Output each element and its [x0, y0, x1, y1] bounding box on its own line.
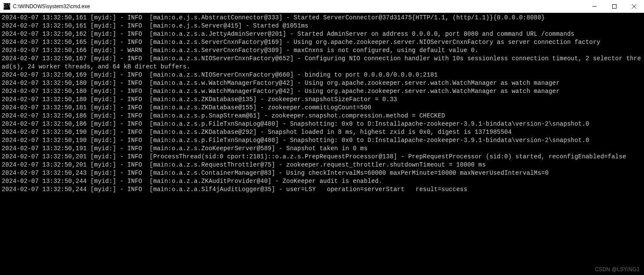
- log-line: 2024-02-07 13:32:50,186 [myid:] - INFO […: [2, 120, 642, 128]
- maximize-icon: [612, 4, 617, 9]
- log-line: 2024-02-07 13:32:50,201 [myid:] - INFO […: [2, 161, 642, 169]
- window-controls: [585, 0, 644, 12]
- log-line: 2024-02-07 13:32:50,167 [myid:] - INFO […: [2, 55, 642, 71]
- log-line: 2024-02-07 13:32:50,186 [myid:] - INFO […: [2, 112, 642, 120]
- log-line: 2024-02-07 13:32:50,165 [myid:] - INFO […: [2, 38, 642, 46]
- log-line: 2024-02-07 13:32:50,169 [myid:] - INFO […: [2, 71, 642, 79]
- log-line: 2024-02-07 13:32:50,180 [myid:] - INFO […: [2, 96, 642, 104]
- log-line: 2024-02-07 13:32:50,191 [myid:] - INFO […: [2, 145, 642, 153]
- log-line: 2024-02-07 13:32:50,244 [myid:] - INFO […: [2, 185, 642, 194]
- log-line: 2024-02-07 13:32:50,161 [myid:] - INFO […: [2, 22, 642, 30]
- log-line: 2024-02-07 13:32:50,162 [myid:] - INFO […: [2, 30, 642, 38]
- log-line: 2024-02-07 13:32:50,180 [myid:] - INFO […: [2, 79, 642, 87]
- close-button[interactable]: [624, 0, 644, 12]
- watermark-text: CSDN @LSYING1: [595, 266, 640, 272]
- window-titlebar[interactable]: C:\ C:\WINDOWS\system32\cmd.exe: [0, 0, 644, 13]
- log-line: 2024-02-07 13:32:50,244 [myid:] - INFO […: [2, 177, 642, 185]
- minimize-icon: [592, 4, 597, 9]
- minimize-button[interactable]: [585, 0, 604, 12]
- close-icon: [632, 4, 636, 9]
- titlebar-left: C:\ C:\WINDOWS\system32\cmd.exe: [3, 3, 90, 10]
- terminal-output[interactable]: 2024-02-07 13:32:50,161 [myid:] - INFO […: [0, 13, 644, 195]
- svg-rect-1: [613, 4, 617, 8]
- log-line: 2024-02-07 13:32:50,180 [myid:] - INFO […: [2, 87, 642, 96]
- window-title: C:\WINDOWS\system32\cmd.exe: [13, 3, 90, 9]
- log-line: 2024-02-07 13:32:50,161 [myid:] - INFO […: [2, 14, 642, 22]
- log-line: 2024-02-07 13:32:50,181 [myid:] - INFO […: [2, 104, 642, 112]
- log-line: 2024-02-07 13:32:50,243 [myid:] - INFO […: [2, 169, 642, 177]
- log-line: 2024-02-07 13:32:50,201 [myid:] - INFO […: [2, 153, 642, 161]
- log-line: 2024-02-07 13:32:50,166 [myid:] - WARN […: [2, 46, 642, 55]
- cmd-app-icon: C:\: [3, 3, 10, 10]
- log-line: 2024-02-07 13:32:50,190 [myid:] - INFO […: [2, 136, 642, 145]
- log-line: 2024-02-07 13:32:50,190 [myid:] - INFO […: [2, 128, 642, 136]
- maximize-button[interactable]: [604, 0, 624, 12]
